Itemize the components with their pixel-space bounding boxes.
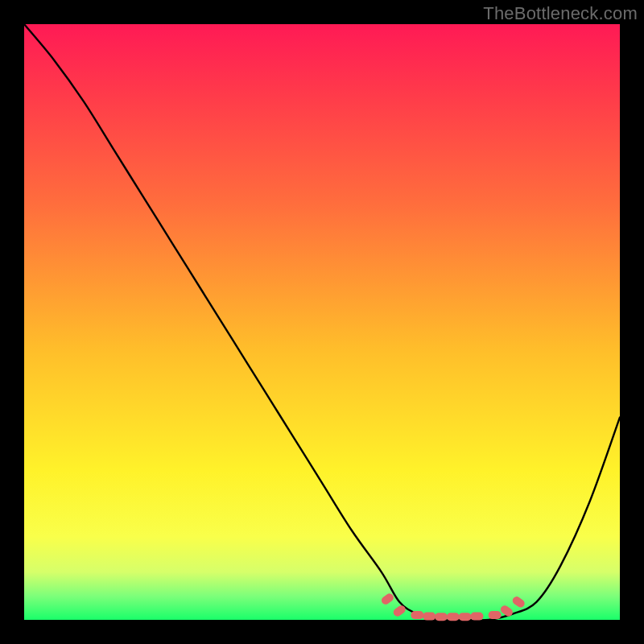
valley-marker bbox=[511, 595, 526, 609]
valley-marker bbox=[447, 613, 460, 621]
gradient-plot-area bbox=[24, 24, 620, 620]
valley-marker bbox=[489, 611, 502, 619]
valley-marker bbox=[423, 613, 436, 621]
valley-marker bbox=[470, 613, 483, 621]
valley-marker bbox=[411, 611, 423, 619]
valley-marker bbox=[435, 613, 448, 621]
curve-svg bbox=[24, 24, 620, 620]
valley-marker bbox=[380, 592, 395, 605]
credit-label: TheBottleneck.com bbox=[483, 3, 638, 24]
bottleneck-curve-path bbox=[24, 24, 620, 621]
valley-marker bbox=[459, 613, 472, 621]
outer-frame: TheBottleneck.com bbox=[0, 0, 644, 644]
